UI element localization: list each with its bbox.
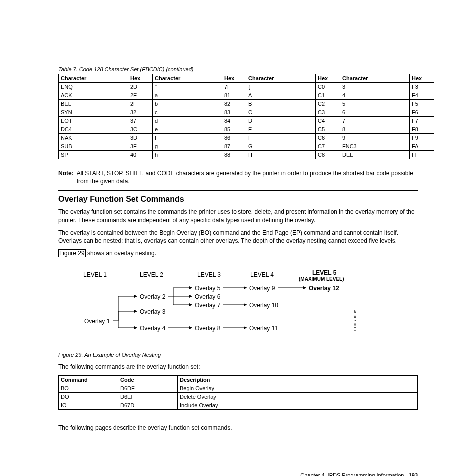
paragraph-1: The overlay function set contains the co… [58, 208, 418, 225]
table-header: Hex [222, 74, 246, 83]
overlay-nesting-diagram: LEVEL 1 LEVEL 2 LEVEL 3 LEVEL 4 LEVEL 5 … [73, 266, 393, 349]
paragraph-4: The following commands are the overlay f… [58, 363, 418, 371]
overlay5-node: Overlay 5 [195, 285, 220, 292]
table-header: Hex [410, 74, 434, 83]
note-label: Note: [58, 169, 77, 185]
table-row: NAK3Df86FC69F9 [59, 134, 434, 142]
table-header: Character [340, 74, 410, 83]
section-rule [58, 190, 418, 191]
table-row: SP40h88HC8DELFF [59, 151, 434, 159]
table-header: Hex [128, 74, 153, 83]
footer-page-number: 193 [409, 472, 418, 476]
table-header: Character [153, 74, 222, 83]
table-header: Description [178, 376, 418, 384]
table-header: Hex [316, 74, 340, 83]
footer-chapter: Chapter 4. IPDS Programming Information [300, 472, 404, 476]
table-header: Character [246, 74, 316, 83]
paragraph-2: The overlay is contained between the Beg… [58, 229, 418, 245]
table-row: ENQ2D"7F{C03F3 [59, 83, 434, 91]
overlay6-node: Overlay 6 [195, 293, 220, 300]
overlay2-node: Overlay 2 [140, 293, 165, 300]
diagram-code: HC0R0035 [353, 310, 357, 332]
figure-reference-link[interactable]: Figure 29 [58, 249, 86, 257]
table-row: EOT37d84DC47F7 [59, 117, 434, 125]
level2-heading: LEVEL 2 [140, 271, 163, 278]
table-row: DC43Ce85EC58F8 [59, 125, 434, 134]
max-level-note: (MAXIMUM LEVEL) [299, 276, 344, 282]
table-row: SUB3Fg87GC7FNC3FA [59, 142, 434, 151]
table-header: Character [59, 74, 128, 83]
level4-heading: LEVEL 4 [250, 271, 274, 278]
overlay11-node: Overlay 11 [249, 325, 278, 332]
note-text: All START, STOP, SHIFT, and CODE charact… [77, 169, 418, 185]
table-row: IOD67DInclude Overlay [59, 401, 418, 410]
paragraph-5: The following pages describe the overlay… [58, 424, 418, 432]
table1-caption: Table 7. Code 128 Character Set (EBCDIC)… [58, 66, 418, 72]
overlay9-node: Overlay 9 [249, 285, 275, 292]
overlay1-node: Overlay 1 [84, 318, 110, 325]
overlay8-node: Overlay 8 [195, 325, 220, 332]
section-heading: Overlay Function Set Commands [58, 195, 418, 204]
overlay10-node: Overlay 10 [249, 302, 278, 309]
code128-table: CharacterHexCharacterHexCharacterHexChar… [58, 74, 434, 159]
overlay4-node: Overlay 4 [140, 325, 165, 332]
table-row: SYN32c83CC36F6 [59, 108, 434, 117]
overlay3-node: Overlay 3 [140, 308, 165, 315]
table-row: DOD6EFDelete Overlay [59, 393, 418, 401]
table-header: Code [118, 376, 178, 384]
level1-heading: LEVEL 1 [83, 271, 107, 278]
level3-heading: LEVEL 3 [197, 271, 221, 278]
paragraph-3-suffix: shows an overlay nesting. [86, 250, 156, 257]
table-row: ACK2Ea81AC14F4 [59, 91, 434, 100]
level5-heading: LEVEL 5 [312, 269, 336, 276]
table-row: BOD6DFBegin Overlay [59, 384, 418, 393]
page-footer: Chapter 4. IPDS Programming Information … [58, 472, 418, 476]
table-header: Command [59, 376, 118, 384]
figure-caption: Figure 29. An Example of Overlay Nesting [58, 352, 418, 358]
table-row: BEL2Fb82BC25F5 [59, 100, 434, 108]
overlay7-node: Overlay 7 [195, 302, 220, 309]
paragraph-3: Figure 29 shows an overlay nesting. [58, 249, 418, 258]
overlay-commands-table: CommandCodeDescription BOD6DFBegin Overl… [58, 375, 418, 410]
overlay12-node: Overlay 12 [309, 285, 339, 292]
